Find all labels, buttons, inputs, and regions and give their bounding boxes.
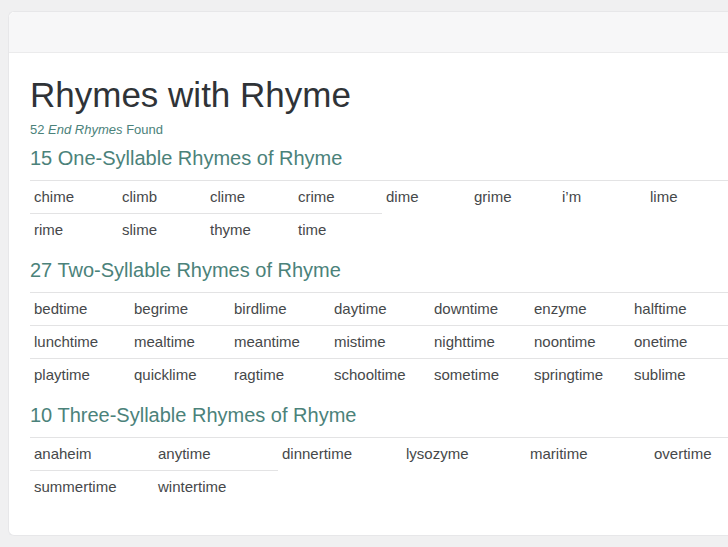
rhyme-word[interactable]: slime [118,214,206,247]
rhyme-word[interactable]: summertime [30,471,154,504]
rhyme-word[interactable]: schooltime [330,359,430,392]
rhyme-word[interactable]: grime [470,181,558,214]
rhyme-table: bedtimebegrimebirdlimedaytimedowntimeenz… [30,292,728,391]
rhyme-word[interactable]: climb [118,181,206,214]
rhyme-word[interactable]: dinnertime [278,438,402,471]
table-row: lunchtimemealtimemeantimemistimenighttim… [30,326,728,359]
rhyme-word[interactable]: springtime [530,359,630,392]
rhyme-table: chimeclimbclimecrimedimegrimei’mlimerime… [30,180,728,246]
rhyme-word[interactable]: sublime [630,359,728,392]
rhyme-word[interactable]: enzyme [530,293,630,326]
card-body: Rhymes with Rhyme 52 End Rhymes Found 15… [9,53,728,503]
rhyme-word[interactable]: overtime [650,438,728,471]
rhyme-word[interactable]: birdlime [230,293,330,326]
rhyme-table: anaheimanytimedinnertimelysozymemaritime… [30,437,728,503]
table-row: chimeclimbclimecrimedimegrimei’mlime [30,181,728,214]
rhyme-word[interactable]: lime [646,181,728,214]
rhyme-word[interactable]: begrime [130,293,230,326]
rhyme-word[interactable]: onetime [630,326,728,359]
card-header [9,12,728,53]
rhyme-section: 27 Two-Syllable Rhymes of Rhymebedtimebe… [30,259,728,391]
rhyme-word[interactable]: lunchtime [30,326,130,359]
found-suffix: Found [126,122,163,137]
found-count: 52 [30,122,44,137]
page-title: Rhymes with Rhyme [30,76,728,114]
rhyme-word[interactable]: mistime [330,326,430,359]
results-card: Rhymes with Rhyme 52 End Rhymes Found 15… [8,11,728,536]
rhyme-word[interactable]: sometime [430,359,530,392]
rhyme-word[interactable]: lysozyme [402,438,526,471]
table-row: summertimewintertime [30,471,728,504]
rhyme-word[interactable]: crime [294,181,382,214]
rhyme-word[interactable]: mealtime [130,326,230,359]
rhyme-word[interactable]: quicklime [130,359,230,392]
found-type: End Rhymes [48,122,122,137]
table-row: bedtimebegrimebirdlimedaytimedowntimeenz… [30,293,728,326]
table-row: anaheimanytimedinnertimelysozymemaritime… [30,438,728,471]
found-count-line: 52 End Rhymes Found [30,122,728,138]
section-heading: 10 Three-Syllable Rhymes of Rhyme [30,404,728,426]
rhyme-section: 10 Three-Syllable Rhymes of Rhymeanaheim… [30,404,728,503]
rhyme-word[interactable]: bedtime [30,293,130,326]
rhyme-word[interactable]: chime [30,181,118,214]
rhyme-word[interactable]: downtime [430,293,530,326]
rhyme-word[interactable]: time [294,214,382,247]
rhyme-word[interactable]: ragtime [230,359,330,392]
rhyme-word[interactable]: daytime [330,293,430,326]
rhyme-word[interactable]: maritime [526,438,650,471]
rhyme-section: 15 One-Syllable Rhymes of Rhymechimeclim… [30,147,728,246]
section-heading: 27 Two-Syllable Rhymes of Rhyme [30,259,728,281]
rhyme-word[interactable]: dime [382,181,470,214]
rhyme-word[interactable]: wintertime [154,471,278,504]
rhyme-word[interactable]: nighttime [430,326,530,359]
table-row: rimeslimethymetime [30,214,728,247]
rhyme-word[interactable]: playtime [30,359,130,392]
rhyme-word[interactable]: anaheim [30,438,154,471]
rhyme-sections: 15 One-Syllable Rhymes of Rhymechimeclim… [30,147,728,503]
rhyme-word[interactable]: meantime [230,326,330,359]
rhyme-word[interactable]: clime [206,181,294,214]
rhyme-word[interactable]: anytime [154,438,278,471]
rhyme-word[interactable]: noontime [530,326,630,359]
section-heading: 15 One-Syllable Rhymes of Rhyme [30,147,728,169]
rhyme-word[interactable]: rime [30,214,118,247]
rhyme-word[interactable]: i’m [558,181,646,214]
table-row: playtimequicklimeragtimeschooltimesometi… [30,359,728,392]
rhyme-word[interactable]: halftime [630,293,728,326]
rhyme-word[interactable]: thyme [206,214,294,247]
